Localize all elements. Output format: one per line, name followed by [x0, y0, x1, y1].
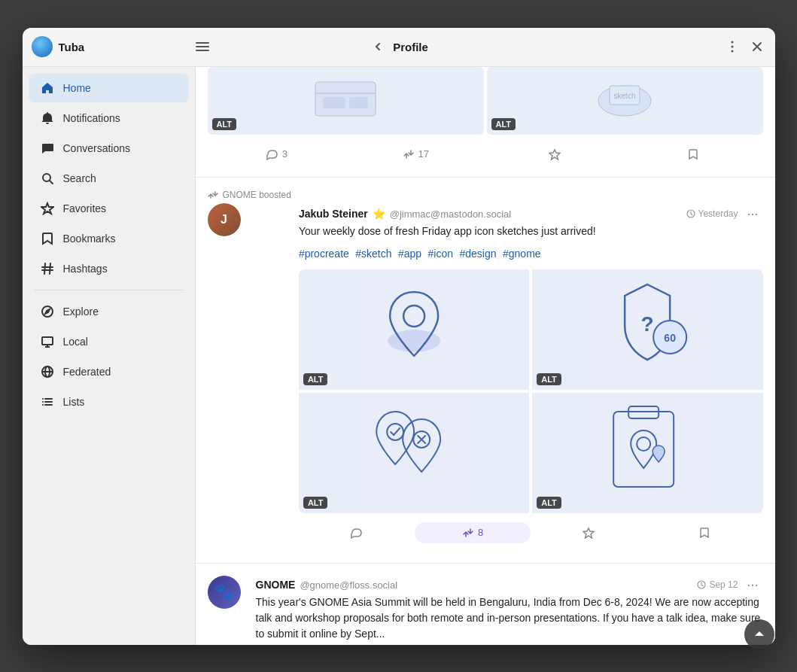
reply-button[interactable]: 3 [208, 144, 347, 165]
svg-text:60: 60 [665, 332, 677, 344]
post-more-button[interactable]: ··· [742, 205, 762, 223]
back-button[interactable] [369, 38, 387, 56]
titlebar-center: Profile [212, 38, 586, 56]
list-icon [41, 395, 54, 409]
sketch-question-shield: 60 ? [532, 269, 762, 390]
sidebar-item-home[interactable]: Home [29, 74, 189, 102]
bookmark-button-2[interactable] [646, 522, 762, 543]
sidebar-label-lists: Lists [63, 396, 85, 408]
alt-badge-img3[interactable]: ALT [303, 497, 328, 509]
sidebar-label-conversations: Conversations [63, 142, 131, 154]
app-title: Tuba [59, 41, 85, 53]
svg-rect-2 [196, 50, 209, 51]
svg-marker-50 [583, 528, 594, 538]
sidebar: Home Notifications Conversations Search … [23, 67, 196, 645]
close-button[interactable] [748, 38, 766, 56]
main-layout: Home Notifications Conversations Search … [23, 67, 775, 645]
gnome-more-button[interactable]: ··· [742, 576, 762, 594]
post-meta: Jakub Steiner ⭐ @jimmac@mastodon.social … [299, 190, 763, 543]
author-star: ⭐ [373, 208, 385, 220]
content-area: ALT ALT sketch [196, 67, 775, 645]
post-header: GNOME boosted J Jakub Steiner ⭐ @jimmac@… [208, 190, 763, 543]
home-icon [41, 81, 54, 95]
sidebar-divider [35, 290, 183, 290]
globe-icon [41, 365, 54, 379]
partial-image-1: ALT [208, 67, 484, 135]
partial-actions: 3 17 [208, 144, 763, 165]
sidebar-item-lists[interactable]: Lists [29, 388, 189, 416]
svg-marker-8 [41, 203, 53, 214]
scroll-to-top-button[interactable] [744, 619, 774, 649]
svg-rect-1 [196, 46, 209, 47]
search-icon [41, 172, 54, 185]
gnome-avatar: 🐾 [208, 576, 241, 609]
tag-icon[interactable]: #icon [428, 248, 453, 260]
tag-design[interactable]: #design [460, 248, 497, 260]
gnome-asia-meta: GNOME @gnome@floss.social Sep 12 ··· Thi… [256, 576, 763, 645]
gnome-author-line: GNOME @gnome@floss.social Sep 12 ··· [256, 576, 763, 594]
boost-button[interactable]: 17 [346, 144, 485, 165]
svg-line-7 [50, 181, 53, 184]
clock-icon-2 [697, 580, 706, 589]
menu-button[interactable] [193, 37, 212, 56]
favorite-button[interactable] [485, 144, 625, 165]
sidebar-item-explore[interactable]: Explore [29, 297, 189, 326]
svg-line-9 [44, 263, 45, 274]
alt-badge-2[interactable]: ALT [491, 118, 516, 130]
boost-count-2: 8 [478, 527, 483, 538]
sidebar-item-search[interactable]: Search [29, 164, 189, 193]
app-window: Tuba Profile [23, 28, 775, 645]
author-name: Jakub Steiner [299, 208, 368, 220]
sidebar-item-favorites[interactable]: Favorites [29, 194, 189, 223]
sidebar-label-hashtags: Hashtags [63, 263, 108, 275]
sketch-location-checkx [299, 393, 529, 513]
author-handle: @jimmac@mastodon.social [390, 208, 512, 220]
gnome-post-actions: 8 [299, 522, 763, 543]
more-options-button[interactable] [722, 37, 742, 56]
alt-badge-img4[interactable]: ALT [537, 497, 561, 509]
tag-procreate[interactable]: #procreate [299, 248, 349, 260]
svg-rect-0 [196, 42, 209, 44]
sidebar-item-hashtags[interactable]: Hashtags [29, 254, 189, 283]
sidebar-item-federated[interactable]: Federated [29, 357, 189, 386]
svg-point-3 [731, 41, 733, 44]
tag-sketch[interactable]: #sketch [355, 248, 391, 260]
boost-count: 17 [418, 148, 429, 160]
gnome-author-name: GNOME [256, 579, 296, 591]
svg-point-4 [731, 46, 733, 48]
image-cell-1: ALT [299, 269, 529, 390]
svg-marker-34 [549, 150, 560, 160]
image-grid: ALT 60 [299, 269, 763, 513]
sidebar-item-bookmarks[interactable]: Bookmarks [29, 224, 189, 253]
message-icon [41, 141, 54, 155]
svg-text:sketch: sketch [614, 92, 636, 100]
sidebar-item-conversations[interactable]: Conversations [29, 134, 189, 163]
monitor-icon [41, 335, 54, 348]
sidebar-label-favorites: Favorites [63, 202, 107, 214]
hash-icon [41, 262, 54, 275]
tag-app[interactable]: #app [398, 248, 421, 260]
svg-marker-14 [45, 309, 50, 314]
partial-post: ALT ALT sketch [196, 67, 775, 178]
avatar-wrap: GNOME boosted J [208, 190, 291, 236]
gnome-post-time: Sep 12 [697, 579, 738, 590]
tag-gnome[interactable]: #gnome [503, 248, 541, 260]
explore-icon [41, 305, 54, 318]
app-icon [32, 36, 53, 57]
post-time: Yesterday [686, 208, 738, 219]
image-cell-2: 60 ? ALT [532, 269, 762, 390]
alt-badge-img2[interactable]: ALT [537, 373, 561, 385]
partial-image-2: ALT sketch [487, 67, 763, 135]
sidebar-item-notifications[interactable]: Notifications [29, 104, 189, 132]
boost-button-2[interactable]: 8 [415, 522, 531, 543]
clock-icon [686, 209, 695, 218]
gnome-asia-header: 🐾 GNOME @gnome@floss.social Sep 12 ··· [208, 576, 763, 645]
reply-button-2[interactable] [299, 522, 415, 543]
favorite-button-2[interactable] [531, 522, 646, 543]
svg-rect-29 [323, 97, 345, 108]
post-time-text: Yesterday [698, 208, 738, 219]
sidebar-item-local[interactable]: Local [29, 327, 189, 356]
alt-badge[interactable]: ALT [212, 118, 237, 130]
bookmark-button[interactable] [624, 144, 763, 165]
alt-badge-img1[interactable]: ALT [303, 373, 328, 385]
